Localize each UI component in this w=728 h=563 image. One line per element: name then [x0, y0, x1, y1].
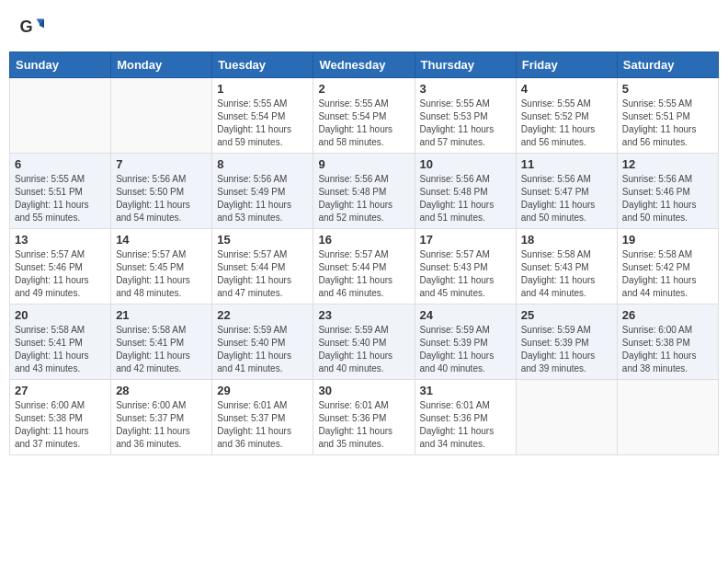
day-number: 13: [15, 233, 106, 247]
day-info: Sunrise: 5:59 AM Sunset: 5:39 PM Dayligh…: [420, 324, 511, 375]
calendar-cell: [617, 380, 718, 455]
calendar-cell: 19Sunrise: 5:58 AM Sunset: 5:42 PM Dayli…: [617, 229, 718, 304]
day-number: 20: [15, 308, 106, 322]
day-number: 7: [116, 157, 207, 171]
calendar-cell: 6Sunrise: 5:55 AM Sunset: 5:51 PM Daylig…: [10, 154, 111, 229]
day-info: Sunrise: 5:59 AM Sunset: 5:39 PM Dayligh…: [521, 324, 612, 375]
calendar-cell: 15Sunrise: 5:57 AM Sunset: 5:44 PM Dayli…: [212, 229, 313, 304]
day-info: Sunrise: 5:58 AM Sunset: 5:43 PM Dayligh…: [521, 248, 612, 300]
day-info: Sunrise: 5:59 AM Sunset: 5:40 PM Dayligh…: [217, 324, 308, 375]
calendar-cell: 14Sunrise: 5:57 AM Sunset: 5:45 PM Dayli…: [111, 229, 212, 304]
day-number: 21: [116, 308, 207, 322]
day-number: 5: [622, 82, 713, 96]
day-number: 4: [521, 82, 612, 96]
calendar-week-5: 27Sunrise: 6:00 AM Sunset: 5:38 PM Dayli…: [10, 380, 719, 455]
day-number: 27: [15, 384, 106, 397]
day-info: Sunrise: 5:56 AM Sunset: 5:49 PM Dayligh…: [217, 173, 308, 224]
day-number: 2: [318, 82, 409, 96]
day-info: Sunrise: 5:58 AM Sunset: 5:41 PM Dayligh…: [15, 324, 106, 375]
calendar-week-1: 1Sunrise: 5:55 AM Sunset: 5:54 PM Daylig…: [10, 78, 719, 154]
day-info: Sunrise: 5:57 AM Sunset: 5:44 PM Dayligh…: [318, 248, 409, 300]
calendar-cell: 28Sunrise: 6:00 AM Sunset: 5:37 PM Dayli…: [111, 380, 212, 455]
calendar-week-2: 6Sunrise: 5:55 AM Sunset: 5:51 PM Daylig…: [10, 154, 719, 229]
day-info: Sunrise: 5:55 AM Sunset: 5:54 PM Dayligh…: [318, 98, 409, 149]
calendar-cell: 17Sunrise: 5:57 AM Sunset: 5:43 PM Dayli…: [415, 229, 516, 304]
day-info: Sunrise: 5:56 AM Sunset: 5:48 PM Dayligh…: [318, 173, 409, 224]
calendar-cell: 3Sunrise: 5:55 AM Sunset: 5:53 PM Daylig…: [415, 78, 516, 154]
calendar-cell: 5Sunrise: 5:55 AM Sunset: 5:51 PM Daylig…: [617, 78, 718, 154]
calendar-cell: [516, 380, 617, 455]
page-header: G: [9, 9, 719, 44]
logo-icon: G: [18, 14, 44, 40]
day-info: Sunrise: 5:55 AM Sunset: 5:54 PM Dayligh…: [217, 98, 308, 149]
day-number: 14: [116, 233, 207, 247]
day-number: 9: [318, 157, 409, 171]
day-info: Sunrise: 6:00 AM Sunset: 5:37 PM Dayligh…: [116, 399, 207, 451]
day-info: Sunrise: 5:57 AM Sunset: 5:46 PM Dayligh…: [15, 248, 106, 300]
calendar-cell: 16Sunrise: 5:57 AM Sunset: 5:44 PM Dayli…: [313, 229, 415, 304]
day-number: 22: [217, 308, 308, 322]
day-number: 25: [521, 308, 612, 322]
calendar-cell: 25Sunrise: 5:59 AM Sunset: 5:39 PM Dayli…: [516, 304, 617, 380]
day-number: 26: [622, 308, 713, 322]
day-info: Sunrise: 6:00 AM Sunset: 5:38 PM Dayligh…: [15, 399, 106, 451]
day-info: Sunrise: 5:59 AM Sunset: 5:40 PM Dayligh…: [318, 324, 409, 375]
day-number: 18: [521, 233, 612, 247]
day-info: Sunrise: 5:56 AM Sunset: 5:50 PM Dayligh…: [116, 173, 207, 224]
calendar-cell: 29Sunrise: 6:01 AM Sunset: 5:37 PM Dayli…: [212, 380, 313, 455]
calendar-cell: 27Sunrise: 6:00 AM Sunset: 5:38 PM Dayli…: [10, 380, 111, 455]
day-info: Sunrise: 5:58 AM Sunset: 5:41 PM Dayligh…: [116, 324, 207, 375]
calendar-cell: 2Sunrise: 5:55 AM Sunset: 5:54 PM Daylig…: [313, 78, 415, 154]
day-info: Sunrise: 5:56 AM Sunset: 5:46 PM Dayligh…: [622, 173, 713, 224]
svg-text:G: G: [19, 17, 32, 36]
day-number: 28: [116, 384, 207, 397]
calendar-cell: 23Sunrise: 5:59 AM Sunset: 5:40 PM Dayli…: [313, 304, 415, 380]
calendar-cell: 12Sunrise: 5:56 AM Sunset: 5:46 PM Dayli…: [617, 154, 718, 229]
day-info: Sunrise: 6:01 AM Sunset: 5:37 PM Dayligh…: [217, 399, 308, 451]
day-number: 12: [622, 157, 713, 171]
day-info: Sunrise: 5:55 AM Sunset: 5:51 PM Dayligh…: [15, 173, 106, 224]
calendar-cell: 13Sunrise: 5:57 AM Sunset: 5:46 PM Dayli…: [10, 229, 111, 304]
day-info: Sunrise: 5:57 AM Sunset: 5:45 PM Dayligh…: [116, 248, 207, 300]
calendar-table: SundayMondayTuesdayWednesdayThursdayFrid…: [9, 52, 719, 455]
day-number: 6: [15, 157, 106, 171]
day-info: Sunrise: 5:55 AM Sunset: 5:52 PM Dayligh…: [521, 98, 612, 149]
day-info: Sunrise: 5:58 AM Sunset: 5:42 PM Dayligh…: [622, 248, 713, 300]
day-info: Sunrise: 5:56 AM Sunset: 5:48 PM Dayligh…: [420, 173, 511, 224]
calendar-cell: 1Sunrise: 5:55 AM Sunset: 5:54 PM Daylig…: [212, 78, 313, 154]
day-number: 24: [420, 308, 511, 322]
day-info: Sunrise: 6:00 AM Sunset: 5:38 PM Dayligh…: [622, 324, 713, 375]
calendar-header-row: SundayMondayTuesdayWednesdayThursdayFrid…: [10, 52, 719, 78]
day-header-monday: Monday: [111, 52, 212, 78]
day-info: Sunrise: 5:57 AM Sunset: 5:44 PM Dayligh…: [217, 248, 308, 300]
day-number: 30: [318, 384, 409, 397]
day-info: Sunrise: 5:55 AM Sunset: 5:53 PM Dayligh…: [420, 98, 511, 149]
calendar-cell: 10Sunrise: 5:56 AM Sunset: 5:48 PM Dayli…: [415, 154, 516, 229]
calendar-cell: 9Sunrise: 5:56 AM Sunset: 5:48 PM Daylig…: [313, 154, 415, 229]
day-number: 1: [217, 82, 308, 96]
calendar-cell: 7Sunrise: 5:56 AM Sunset: 5:50 PM Daylig…: [111, 154, 212, 229]
day-header-friday: Friday: [516, 52, 617, 78]
day-number: 3: [420, 82, 511, 96]
calendar-cell: 20Sunrise: 5:58 AM Sunset: 5:41 PM Dayli…: [10, 304, 111, 380]
day-info: Sunrise: 6:01 AM Sunset: 5:36 PM Dayligh…: [420, 399, 511, 451]
day-number: 10: [420, 157, 511, 171]
calendar-week-3: 13Sunrise: 5:57 AM Sunset: 5:46 PM Dayli…: [10, 229, 719, 304]
day-info: Sunrise: 6:01 AM Sunset: 5:36 PM Dayligh…: [318, 399, 409, 451]
calendar-cell: [10, 78, 111, 154]
day-number: 8: [217, 157, 308, 171]
day-number: 19: [622, 233, 713, 247]
day-info: Sunrise: 5:56 AM Sunset: 5:47 PM Dayligh…: [521, 173, 612, 224]
calendar-cell: 8Sunrise: 5:56 AM Sunset: 5:49 PM Daylig…: [212, 154, 313, 229]
calendar-cell: 24Sunrise: 5:59 AM Sunset: 5:39 PM Dayli…: [415, 304, 516, 380]
day-number: 17: [420, 233, 511, 247]
calendar-cell: 26Sunrise: 6:00 AM Sunset: 5:38 PM Dayli…: [617, 304, 718, 380]
day-number: 15: [217, 233, 308, 247]
calendar-cell: 21Sunrise: 5:58 AM Sunset: 5:41 PM Dayli…: [111, 304, 212, 380]
day-header-wednesday: Wednesday: [313, 52, 415, 78]
calendar-cell: 4Sunrise: 5:55 AM Sunset: 5:52 PM Daylig…: [516, 78, 617, 154]
calendar-week-4: 20Sunrise: 5:58 AM Sunset: 5:41 PM Dayli…: [10, 304, 719, 380]
logo: G: [18, 14, 48, 40]
calendar-cell: 22Sunrise: 5:59 AM Sunset: 5:40 PM Dayli…: [212, 304, 313, 380]
calendar-cell: 18Sunrise: 5:58 AM Sunset: 5:43 PM Dayli…: [516, 229, 617, 304]
